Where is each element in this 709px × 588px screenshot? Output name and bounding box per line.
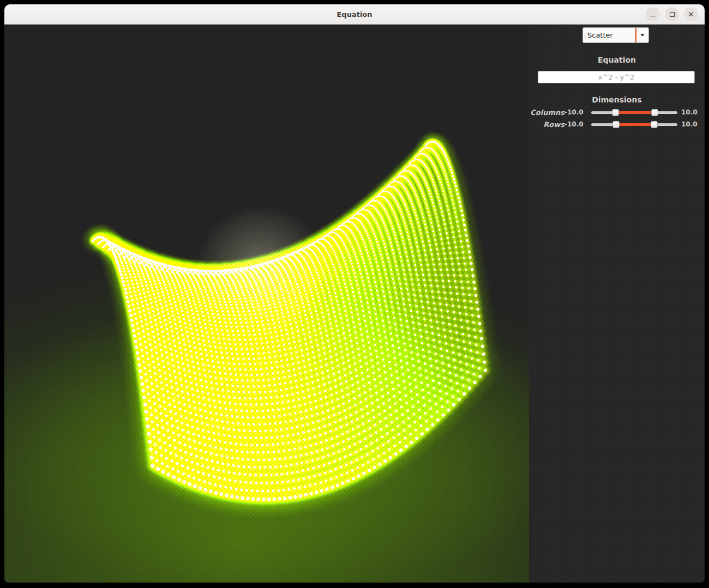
chart-type-dropdown[interactable]: Scatter: [582, 27, 649, 43]
columns-slider-row: Columns -10.0 10.0: [529, 106, 705, 118]
minimize-icon: [650, 16, 656, 16]
columns-min-value: -10.0: [564, 108, 582, 116]
maximize-icon: [670, 12, 675, 17]
chart-type-value: Scatter: [583, 31, 635, 39]
window-title: Equation: [337, 10, 372, 19]
slider-selected-range: [615, 111, 655, 114]
title-bar[interactable]: Equation ✕: [4, 4, 705, 25]
slider-handle-high[interactable]: [651, 121, 658, 128]
scatter-plot-3d[interactable]: [4, 25, 529, 583]
equation-input[interactable]: [538, 71, 695, 83]
equation-label: Equation: [529, 56, 705, 64]
plot-canvas[interactable]: [4, 25, 529, 583]
rows-label: Rows: [529, 120, 564, 129]
close-icon: ✕: [688, 11, 694, 18]
chevron-down-icon: [640, 34, 645, 37]
rows-min-value: -10.0: [564, 120, 582, 128]
columns-max-value: 10.0: [681, 108, 700, 116]
controls-sidebar: Scatter Equation Dimensions Columns -10.…: [529, 25, 705, 583]
rows-slider-row: Rows -10.0 10.0: [529, 118, 705, 130]
close-button[interactable]: ✕: [684, 7, 698, 21]
rows-range-slider[interactable]: [591, 120, 677, 128]
maximize-button[interactable]: [665, 7, 679, 21]
slider-handle-low[interactable]: [612, 109, 619, 116]
rows-max-value: 10.0: [681, 120, 700, 128]
window-controls: ✕: [646, 4, 698, 24]
slider-handle-high[interactable]: [651, 109, 658, 116]
dimensions-label: Dimensions: [529, 95, 705, 104]
columns-range-slider[interactable]: [591, 108, 677, 116]
dropdown-button[interactable]: [636, 28, 648, 43]
columns-label: Columns: [529, 108, 564, 117]
window-content: Scatter Equation Dimensions Columns -10.…: [4, 25, 705, 583]
app-window: Equation ✕ Scatter: [4, 4, 705, 583]
slider-handle-low[interactable]: [612, 121, 620, 128]
minimize-button[interactable]: [646, 7, 660, 21]
slider-selected-range: [616, 123, 654, 126]
